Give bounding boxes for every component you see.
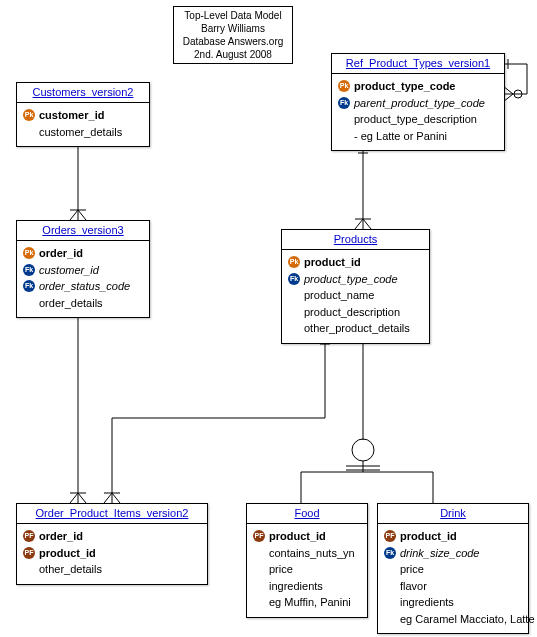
entity-title: Customers_version2 <box>17 83 149 103</box>
attr-label: - eg Latte or Panini <box>354 128 447 145</box>
attr-label: customer_id <box>39 107 104 124</box>
attr-label: order_details <box>39 295 103 312</box>
attr-label: parent_product_type_code <box>354 95 485 112</box>
attr-label: price <box>400 561 424 578</box>
attr-label: order_id <box>39 245 83 262</box>
attr-label: ingredients <box>400 594 454 611</box>
pf-icon: PF <box>253 530 265 542</box>
attr-label: other_product_details <box>304 320 410 337</box>
entity-ref-product-types: Ref_Product_Types_version1 Pkproduct_typ… <box>331 53 505 151</box>
fk-icon: Fk <box>384 547 396 559</box>
attr-label: product_id <box>39 545 96 562</box>
entity-products: Products Pkproduct_id Fkproduct_type_cod… <box>281 229 430 344</box>
entity-title: Order_Product_Items_version2 <box>17 504 207 524</box>
diagram-info-box: Top-Level Data Model Barry Williams Data… <box>173 6 293 64</box>
attr-label: order_status_code <box>39 278 130 295</box>
svg-point-12 <box>514 90 522 98</box>
pf-icon: PF <box>384 530 396 542</box>
pk-icon: Pk <box>338 80 350 92</box>
attr-label: eg Muffin, Panini <box>269 594 351 611</box>
attr-label: other_details <box>39 561 102 578</box>
attr-label: drink_size_code <box>400 545 480 562</box>
attr-label: product_name <box>304 287 374 304</box>
pk-icon: Pk <box>288 256 300 268</box>
attr-label: ingredients <box>269 578 323 595</box>
entity-drink: Drink PFproduct_id Fkdrink_size_code pri… <box>377 503 529 634</box>
info-line: Database Answers.org <box>178 35 288 48</box>
attr-label: eg Caramel Macciato, Latte <box>400 611 535 628</box>
attr-label: product_id <box>269 528 326 545</box>
entity-title: Food <box>247 504 367 524</box>
attr-label: customer_id <box>39 262 99 279</box>
entity-title: Orders_version3 <box>17 221 149 241</box>
info-line: Barry Williams <box>178 22 288 35</box>
attr-label: product_id <box>400 528 457 545</box>
pk-icon: Pk <box>23 109 35 121</box>
entity-food: Food PFproduct_id contains_nuts_yn price… <box>246 503 368 618</box>
attr-label: product_type_description <box>354 111 477 128</box>
info-line: 2nd. August 2008 <box>178 48 288 61</box>
entity-order-product-items: Order_Product_Items_version2 PForder_id … <box>16 503 208 585</box>
attr-label: order_id <box>39 528 83 545</box>
attr-label: product_type_code <box>354 78 455 95</box>
entity-customers: Customers_version2 Pkcustomer_id custome… <box>16 82 150 147</box>
pf-icon: PF <box>23 530 35 542</box>
pf-icon: PF <box>23 547 35 559</box>
entity-title: Products <box>282 230 429 250</box>
attr-label: contains_nuts_yn <box>269 545 355 562</box>
attr-label: product_type_code <box>304 271 398 288</box>
entity-title: Ref_Product_Types_version1 <box>332 54 504 74</box>
fk-icon: Fk <box>23 280 35 292</box>
fk-icon: Fk <box>338 97 350 109</box>
entity-title: Drink <box>378 504 528 524</box>
attr-label: customer_details <box>39 124 122 141</box>
pk-icon: Pk <box>23 247 35 259</box>
attr-label: product_description <box>304 304 400 321</box>
attr-label: product_id <box>304 254 361 271</box>
entity-orders: Orders_version3 Pkorder_id Fkcustomer_id… <box>16 220 150 318</box>
attr-label: price <box>269 561 293 578</box>
attr-label: flavor <box>400 578 427 595</box>
fk-icon: Fk <box>23 264 35 276</box>
svg-point-14 <box>352 439 374 461</box>
info-line: Top-Level Data Model <box>178 9 288 22</box>
fk-icon: Fk <box>288 273 300 285</box>
